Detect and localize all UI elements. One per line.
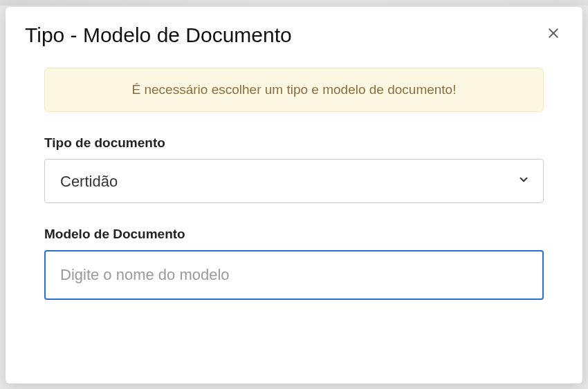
modal-header: Tipo - Modelo de Documento <box>6 7 582 61</box>
close-icon <box>546 26 560 42</box>
modal-title: Tipo - Modelo de Documento <box>25 23 292 47</box>
modal-body: É necessário escolher um tipo e modelo d… <box>6 61 582 344</box>
close-button[interactable] <box>544 23 563 45</box>
modelo-documento-group: Modelo de Documento <box>44 227 544 300</box>
tipo-documento-select-wrapper: Certidão <box>44 159 544 203</box>
modelo-documento-input[interactable] <box>44 250 544 300</box>
background-toolbar <box>0 0 588 6</box>
tipo-documento-select[interactable]: Certidão <box>44 159 544 203</box>
tipo-documento-label: Tipo de documento <box>44 135 544 151</box>
modelo-documento-label: Modelo de Documento <box>44 227 544 242</box>
alert-message: É necessário escolher um tipo e modelo d… <box>44 68 544 112</box>
document-type-modal: Tipo - Modelo de Documento É necessário … <box>6 7 582 383</box>
tipo-documento-group: Tipo de documento Certidão <box>44 135 544 203</box>
